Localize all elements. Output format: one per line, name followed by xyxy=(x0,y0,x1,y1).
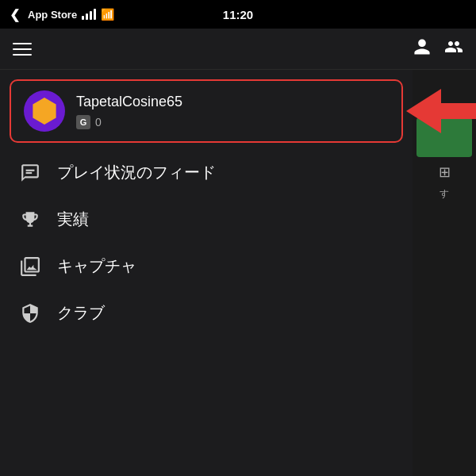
profile-card[interactable]: TapetalCosine65 G 0 xyxy=(10,79,403,143)
svg-rect-0 xyxy=(26,169,35,171)
person-icon[interactable] xyxy=(413,37,432,61)
g-badge: G xyxy=(76,115,90,129)
status-bar: ❮ App Store 📶 11:20 xyxy=(0,0,476,29)
group-icon[interactable] xyxy=(444,37,463,61)
menu-item-clubs-label: クラブ xyxy=(57,302,105,324)
menu-item-clubs[interactable]: クラブ xyxy=(0,290,413,336)
person-svg xyxy=(413,37,432,56)
group-svg xyxy=(444,37,463,56)
signal-bar-3 xyxy=(90,11,92,20)
arrow-annotation xyxy=(406,89,476,133)
profile-gamerscore: G 0 xyxy=(76,115,182,129)
hamburger-line-3 xyxy=(13,54,32,56)
signal-bar-4 xyxy=(94,9,96,20)
trophy-icon xyxy=(19,209,41,230)
status-bar-left: ❮ App Store 📶 xyxy=(10,7,162,22)
menu-item-feed-label: プレイ状況のフィード xyxy=(57,162,216,183)
gamerscore-value: 0 xyxy=(95,116,102,129)
hamburger-line-1 xyxy=(13,43,32,44)
profile-username: TapetalCosine65 xyxy=(76,94,182,110)
menu-items: プレイ状況のフィード 実績 キャプチャ xyxy=(0,149,413,336)
right-panel-text: す xyxy=(440,187,449,201)
menu-item-achievements-label: 実績 xyxy=(57,209,89,230)
menu-item-achievements[interactable]: 実績 xyxy=(0,196,413,243)
chat-icon xyxy=(19,163,41,183)
signal-bar-2 xyxy=(86,13,88,20)
hamburger-menu[interactable] xyxy=(13,43,32,56)
drawer: TapetalCosine65 G 0 プレイ状況のフィード xyxy=(0,70,413,476)
nav-icons-right xyxy=(413,37,463,61)
carrier-label: App Store xyxy=(28,9,77,21)
back-icon[interactable]: ❮ xyxy=(10,7,20,22)
menu-item-feed[interactable]: プレイ状況のフィード xyxy=(0,149,413,196)
menu-item-capture-label: キャプチャ xyxy=(57,255,136,277)
shield-icon xyxy=(19,303,41,324)
capture-icon xyxy=(19,256,41,277)
hamburger-line-2 xyxy=(13,48,32,50)
right-panel-grid: ⊞ xyxy=(439,163,451,181)
wifi-icon: 📶 xyxy=(101,8,114,21)
avatar-hexagon xyxy=(31,98,58,125)
arrow-stem xyxy=(441,103,476,119)
signal-bars xyxy=(82,9,96,20)
signal-bar-1 xyxy=(82,16,84,20)
status-bar-time: 11:20 xyxy=(162,8,314,21)
nav-bar xyxy=(0,29,476,70)
avatar xyxy=(24,90,65,132)
profile-info: TapetalCosine65 G 0 xyxy=(76,94,182,129)
arrow-head xyxy=(406,89,441,133)
svg-rect-1 xyxy=(26,171,33,173)
menu-item-capture[interactable]: キャプチャ xyxy=(0,243,413,290)
